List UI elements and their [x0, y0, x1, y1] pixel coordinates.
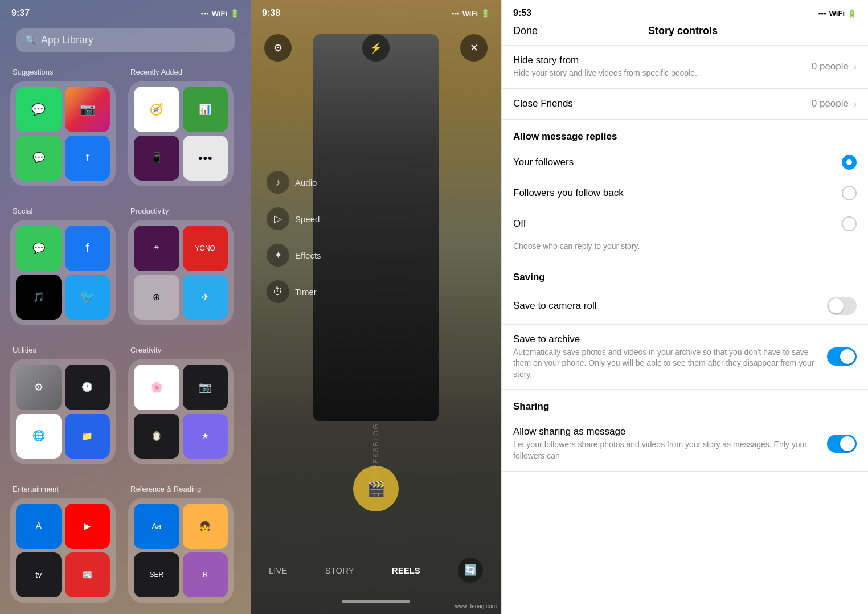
camera-flip-btn[interactable]: 🔄	[458, 558, 483, 583]
battery-icon-3: 🔋	[847, 9, 857, 18]
your-followers-label: Your followers	[513, 157, 574, 168]
close-friends-row[interactable]: Close Friends 0 people ›	[502, 89, 868, 119]
app-camera[interactable]: 📷	[183, 365, 228, 410]
save-archive-row: Save to archive Automatically save photo…	[502, 325, 868, 390]
off-label: Off	[513, 218, 526, 230]
app-safari[interactable]: 🧭	[134, 87, 179, 132]
camera-tool-audio[interactable]: ♪ Audio	[267, 171, 321, 194]
app-library-search[interactable]: 🔍 App Library	[16, 28, 235, 52]
gear-icon: ⚙	[273, 42, 282, 54]
app-slack[interactable]: 📱	[134, 136, 179, 181]
your-followers-radio[interactable]	[842, 155, 857, 170]
app-clock[interactable]: 🕐	[65, 365, 110, 410]
status-bar-1: 9:37 ▪▪▪ WiFi 🔋	[0, 0, 251, 18]
entertainment-folder[interactable]: A ▶ tv 📰	[10, 498, 116, 603]
camera-bottom-indicator	[251, 600, 501, 603]
close-friends-title: Close Friends	[513, 98, 812, 109]
reply-helper-text: Choose who can reply to your story.	[502, 239, 868, 260]
social-folder[interactable]: 💬 f 🎵 🐦	[10, 220, 116, 325]
camera-shutter-btn[interactable]: 🎬	[353, 466, 399, 511]
app-files[interactable]: 📁	[65, 414, 110, 459]
app-settings[interactable]: ⚙	[16, 365, 62, 410]
app-messages-2[interactable]: 💬	[16, 226, 62, 271]
camera-settings-btn[interactable]: ⚙	[264, 34, 292, 62]
app-tiktok[interactable]: 🎵	[16, 275, 62, 320]
tab-story[interactable]: STORY	[325, 566, 354, 575]
app-appletv[interactable]: tv	[16, 552, 62, 598]
section-recently-added: Recently Added	[128, 68, 240, 76]
suggestions-folder[interactable]: 💬 📷 💬 f	[10, 81, 116, 186]
chevron-right-icon-2: ›	[853, 98, 857, 110]
app-more-prod[interactable]: ⊕	[134, 275, 179, 320]
followers-follow-back-radio[interactable]	[842, 186, 857, 200]
app-cartoon[interactable]: 👧	[183, 504, 228, 549]
battery-icon: 🔋	[230, 9, 239, 18]
reference-folder[interactable]: Aa 👧 SER R	[128, 498, 234, 603]
tab-reels[interactable]: REELS	[392, 566, 420, 575]
save-archive-toggle[interactable]	[827, 347, 857, 366]
off-radio[interactable]	[842, 216, 857, 231]
app-yono[interactable]: YONO	[183, 226, 228, 271]
allow-sharing-sub: Let your followers share photos and vide…	[513, 439, 820, 461]
camera-flash-btn[interactable]: ⚡	[362, 34, 390, 62]
app-misc[interactable]: ●●●	[183, 136, 228, 181]
radio-your-followers[interactable]: Your followers	[502, 147, 868, 178]
time-3: 9:53	[513, 8, 531, 18]
camera-tool-effects[interactable]: ✦ Effects	[267, 244, 321, 267]
section-social: Social	[10, 207, 122, 215]
app-rhymes[interactable]: R	[183, 552, 228, 598]
save-camera-roll-title: Save to camera roll	[513, 300, 827, 312]
app-youtube[interactable]: ▶	[65, 504, 110, 549]
recently-added-folder[interactable]: 🧭 📊 📱 ●●●	[128, 81, 234, 186]
close-friends-count: 0 people	[812, 98, 849, 109]
close-friends-section: Close Friends 0 people ›	[502, 89, 868, 120]
camera-close-btn[interactable]: ✕	[460, 34, 488, 62]
battery-icon-2: 🔋	[481, 9, 490, 18]
app-stocks[interactable]: SER	[134, 552, 179, 598]
app-facebook[interactable]: f	[65, 136, 110, 181]
app-mirror[interactable]: 🪞	[134, 414, 179, 459]
app-messages[interactable]: 💬	[16, 136, 62, 181]
app-slack-2[interactable]: #	[134, 226, 179, 271]
app-numbers[interactable]: 📊	[183, 87, 228, 132]
utilities-folder[interactable]: ⚙ 🕐 🌐 📁	[10, 359, 116, 464]
section-creativity: Creativity	[128, 346, 240, 354]
app-appstore[interactable]: A	[16, 504, 62, 549]
tab-live[interactable]: LIVE	[269, 566, 288, 575]
app-telegram[interactable]: ✈	[183, 275, 228, 320]
speed-icon: ▷	[267, 207, 289, 230]
app-chrome[interactable]: 🌐	[16, 414, 62, 459]
status-icons-2: ▪▪▪ WiFi 🔋	[452, 9, 490, 18]
story-nav: Done Story controls	[502, 18, 868, 46]
status-bar-2: 9:38 ▪▪▪ WiFi 🔋	[251, 0, 501, 18]
allow-sharing-toggle[interactable]	[827, 435, 857, 453]
speed-label: Speed	[295, 214, 320, 224]
app-instagram[interactable]: 📷	[65, 87, 110, 132]
hide-story-row[interactable]: Hide story from Hide your story and live…	[502, 46, 868, 88]
radio-off[interactable]: Off	[502, 208, 868, 239]
panel-story-controls: 9:53 ▪▪▪ WiFi 🔋 Done Story controls Hide…	[501, 0, 868, 614]
sharing-header: Sharing	[502, 390, 868, 417]
radio-followers-follow-back[interactable]: Followers you follow back	[502, 178, 868, 208]
save-archive-section: Save to archive Automatically save photo…	[502, 325, 868, 390]
done-button[interactable]: Done	[513, 25, 538, 37]
app-flipboard[interactable]: 📰	[65, 552, 110, 598]
allow-sharing-section: Allow sharing as message Let your follow…	[502, 417, 868, 471]
camera-tool-timer[interactable]: ⏱ Timer	[267, 280, 321, 303]
productivity-folder[interactable]: # YONO ⊕ ✈	[128, 220, 234, 325]
timer-icon: ⏱	[267, 280, 289, 303]
app-whatsapp[interactable]: 💬	[16, 87, 62, 132]
status-bar-3: 9:53 ▪▪▪ WiFi 🔋	[502, 0, 868, 18]
app-photos[interactable]: 🌸	[134, 365, 179, 410]
camera-tool-speed[interactable]: ▷ Speed	[267, 207, 321, 230]
app-fb-2[interactable]: f	[65, 226, 110, 271]
save-camera-roll-toggle[interactable]	[827, 297, 857, 315]
status-icons-3: ▪▪▪ WiFi 🔋	[818, 9, 857, 18]
app-creative[interactable]: ★	[183, 414, 228, 459]
signal-icon-2: ▪▪▪	[452, 9, 460, 18]
camera-side-tools: ♪ Audio ▷ Speed ✦ Effects ⏱ Timer	[267, 171, 321, 303]
creativity-folder[interactable]: 🌸 📷 🪞 ★	[128, 359, 234, 464]
search-icon: 🔍	[25, 35, 36, 46]
app-twitter[interactable]: 🐦	[65, 275, 110, 320]
app-translate[interactable]: Aa	[134, 504, 179, 549]
